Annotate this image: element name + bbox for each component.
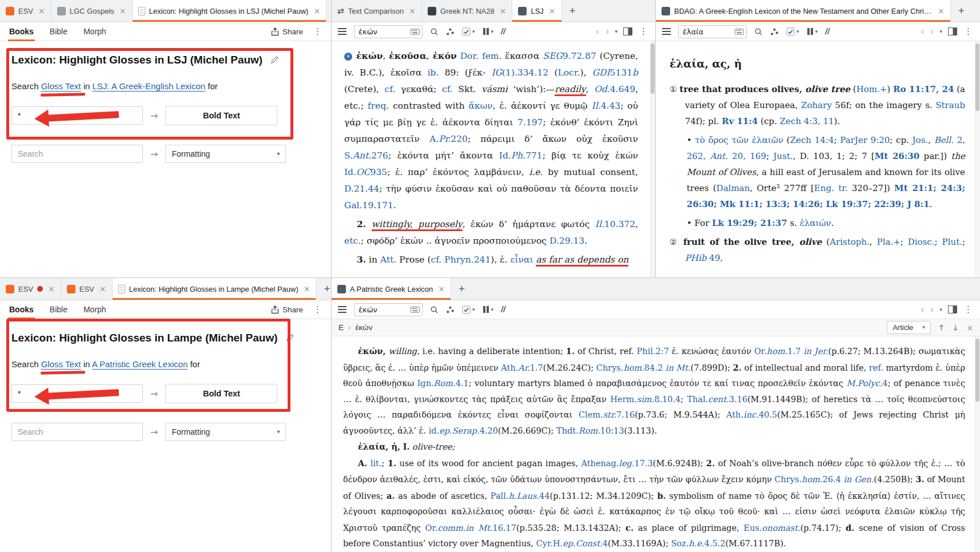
keyboard-icon[interactable] [411, 307, 420, 313]
search-input[interactable] [11, 423, 143, 441]
history-caret-icon[interactable]: ▾ [939, 307, 942, 312]
close-tab-icon[interactable]: × [938, 6, 945, 15]
close-tab-icon[interactable]: × [119, 6, 126, 15]
panel-menu-icon[interactable]: ⋮ [312, 26, 323, 37]
search-term-input[interactable] [11, 384, 143, 403]
history-caret-icon[interactable]: ▾ [615, 29, 618, 34]
layout-icon[interactable] [948, 27, 957, 35]
multiview-icon[interactable]: // [501, 27, 505, 35]
close-tab-icon[interactable]: × [549, 6, 556, 15]
menu-icon[interactable] [338, 306, 346, 313]
tab-esv-2[interactable]: ESV × [61, 278, 113, 300]
panel-menu-icon[interactable]: ⋮ [963, 304, 974, 315]
panel-menu-icon[interactable]: ⋮ [312, 304, 323, 315]
menu-icon[interactable] [338, 28, 346, 35]
scrollbar-thumb[interactable] [975, 339, 979, 402]
breadcrumb-article[interactable]: ἑκών [356, 323, 373, 332]
tab-morph[interactable]: Morph [82, 300, 107, 319]
new-tab-button[interactable]: + [316, 278, 331, 300]
tab-lexicon-lampe-document[interactable]: Lexicon: Highlight Glosses in Lampe (Mic… [113, 278, 317, 300]
entry-marker-icon[interactable]: × [344, 53, 352, 61]
formatting-dropdown[interactable]: Formatting ▾ [165, 145, 286, 163]
tab-books[interactable]: Books [8, 300, 35, 319]
search-icon[interactable] [430, 27, 439, 36]
resource-link[interactable]: LSJ: A Greek-English Lexicon [92, 81, 205, 91]
close-tab-icon[interactable]: × [48, 284, 55, 293]
back-icon[interactable]: ‹ [921, 27, 925, 37]
visual-filters-icon[interactable]: ▾ [786, 27, 799, 36]
next-article-icon[interactable]: ↓ [953, 323, 959, 332]
new-tab-button[interactable]: + [326, 0, 331, 22]
close-tab-icon[interactable]: × [409, 6, 416, 15]
tab-lexicon-lsj-document[interactable]: Lexicon: Highlight Glosses in LSJ (Miche… [133, 0, 327, 22]
new-tab-button[interactable]: + [562, 0, 583, 22]
panel-menu-icon[interactable]: ⋮ [963, 26, 974, 37]
new-tab-button[interactable]: + [451, 278, 472, 300]
tab-esv-linked[interactable]: ESV × [0, 278, 61, 300]
panel-menu-icon[interactable]: ⋮ [638, 26, 649, 37]
parallel-resources-icon[interactable]: ▾ [483, 305, 494, 313]
tab-esv[interactable]: ESV × [0, 0, 51, 22]
back-icon[interactable]: ‹ [921, 305, 925, 315]
multiview-icon[interactable]: // [825, 27, 830, 35]
close-locator-icon[interactable]: × [966, 323, 973, 332]
gloss-text-field-link[interactable]: Gloss Text [41, 359, 81, 369]
keyboard-icon[interactable] [735, 29, 744, 35]
search-input[interactable] [11, 145, 143, 163]
forward-icon[interactable]: › [605, 27, 609, 37]
parallel-resources-icon[interactable]: ▾ [807, 27, 818, 35]
resource-link[interactable]: A Patristic Greek Lexicon [92, 359, 188, 369]
scrollbar[interactable] [975, 41, 980, 277]
scrollbar[interactable] [975, 336, 980, 552]
scrollbar[interactable] [650, 41, 655, 277]
tab-bible[interactable]: Bible [49, 300, 69, 319]
close-tab-icon[interactable]: × [500, 6, 507, 15]
layout-icon[interactable] [623, 27, 632, 35]
close-tab-icon[interactable]: × [38, 6, 45, 15]
formatting-dropdown[interactable]: Formatting ▾ [165, 423, 286, 441]
visual-filters-icon[interactable]: ▾ [462, 305, 475, 314]
gloss-text-field-link[interactable]: Gloss Text [41, 81, 81, 91]
format-action-select[interactable]: Bold Text [165, 106, 277, 125]
back-icon[interactable]: ‹ [596, 27, 600, 37]
keyboard-icon[interactable] [411, 29, 420, 35]
close-tab-icon[interactable]: × [99, 284, 106, 293]
tab-books[interactable]: Books [8, 22, 35, 41]
search-icon[interactable] [754, 27, 763, 36]
edit-title-icon[interactable] [286, 333, 294, 342]
close-tab-icon[interactable]: × [438, 284, 445, 293]
tab-patristic-greek-lexicon[interactable]: A Patristic Greek Lexicon × [332, 278, 451, 300]
parallel-resources-icon[interactable]: ▾ [483, 27, 494, 35]
tab-bible[interactable]: Bible [49, 22, 69, 41]
layout-icon[interactable] [948, 305, 957, 313]
close-tab-icon[interactable]: × [304, 284, 310, 293]
tab-morph[interactable]: Morph [82, 22, 107, 41]
share-button[interactable]: Share [271, 305, 303, 314]
forward-icon[interactable]: › [930, 305, 934, 315]
search-term-input[interactable] [11, 106, 143, 125]
share-button[interactable]: Share [271, 27, 303, 36]
close-tab-icon[interactable]: × [313, 6, 320, 15]
corresponding-words-icon[interactable] [446, 305, 455, 314]
visual-filters-icon[interactable]: ▾ [462, 27, 475, 36]
history-caret-icon[interactable]: ▾ [939, 29, 942, 34]
tab-lgc-gospels[interactable]: LGC Gospels × [51, 0, 133, 22]
multiview-icon[interactable]: // [501, 305, 505, 313]
breadcrumb-letter[interactable]: Ε [338, 323, 344, 332]
tab-text-comparison[interactable]: ⇄ Text Comparison × [332, 0, 422, 22]
scrollbar-thumb[interactable] [975, 43, 979, 111]
tab-lsj[interactable]: LSJ × [512, 0, 561, 22]
search-icon[interactable] [430, 305, 439, 314]
new-tab-button[interactable]: + [951, 0, 972, 22]
corresponding-words-icon[interactable] [770, 27, 779, 36]
format-action-select[interactable]: Bold Text [165, 384, 277, 403]
menu-icon[interactable] [662, 28, 671, 35]
forward-icon[interactable]: › [930, 27, 934, 37]
scrollbar-thumb[interactable] [651, 43, 655, 94]
article-dropdown[interactable]: Article ▾ [887, 321, 931, 334]
corresponding-words-icon[interactable] [446, 27, 455, 36]
prev-article-icon[interactable]: ↑ [938, 323, 945, 332]
tab-greek-nt-na28[interactable]: Greek NT: NA28 × [422, 0, 512, 22]
edit-title-icon[interactable] [270, 55, 279, 64]
tab-bdag[interactable]: BDAG: A Greek-English Lexicon of the New… [656, 0, 951, 22]
